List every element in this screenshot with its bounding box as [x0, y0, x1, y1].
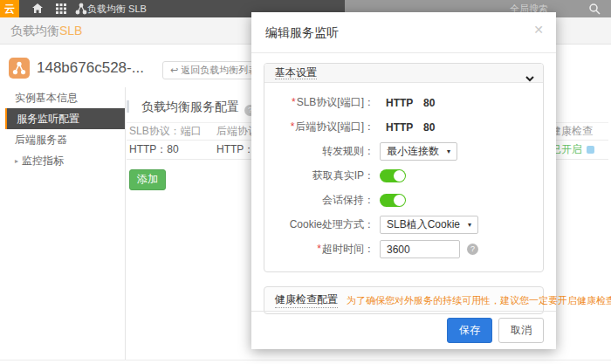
- cell-slb-protocol: HTTP：80: [129, 142, 216, 157]
- real-ip-toggle[interactable]: [380, 169, 406, 182]
- slb-cluster-icon: [75, 3, 87, 15]
- caret-down-icon: ▾: [447, 148, 450, 155]
- backend-port-value: 80: [423, 121, 435, 134]
- col-header-health-check: 健康检查: [551, 124, 605, 139]
- basic-settings-body: *SLB协议[端口]： HTTP 80 *后端协议[端口]： HTTP 80: [264, 83, 543, 271]
- instance-id: 148b676c528-...: [37, 59, 144, 77]
- sidebar-item-instance-info[interactable]: 实例基本信息: [0, 87, 125, 108]
- caret-down-icon: ▾: [468, 221, 471, 229]
- add-listener-button[interactable]: 添加: [129, 169, 166, 190]
- dialog-body: 基本设置 *SLB协议[端口]： HTTP 80 *后端协议[端口]: [251, 53, 556, 314]
- basic-settings-panel: 基本设置 *SLB协议[端口]： HTTP 80 *后端协议[端口]: [264, 63, 544, 272]
- back-to-list-button[interactable]: ↩返回负载均衡列表: [162, 61, 265, 79]
- breadcrumb[interactable]: 负载均衡 SLB: [87, 0, 147, 17]
- close-icon[interactable]: ✕: [532, 23, 546, 37]
- help-icon[interactable]: ?: [467, 244, 478, 255]
- cookie-mode-select[interactable]: SLB植入Cookie▾: [380, 216, 478, 234]
- field-forward-rule: 转发规则： 最小连接数▾: [264, 142, 543, 161]
- home-icon[interactable]: [31, 3, 44, 15]
- backend-protocol-value: HTTP: [386, 121, 423, 134]
- sidebar-item-listener-config[interactable]: 服务监听配置: [5, 108, 125, 129]
- sidebar: 实例基本信息 服务监听配置 后端服务器 ▸监控指标: [0, 87, 126, 360]
- forward-rule-select[interactable]: 最小连接数▾: [380, 142, 457, 161]
- cancel-button[interactable]: 取消: [498, 318, 544, 343]
- field-session-persist: 会话保持：: [264, 191, 543, 209]
- field-real-ip: 获取真实IP：: [264, 167, 543, 185]
- slb-port-value: 80: [423, 97, 435, 109]
- sidebar-item-backend-servers[interactable]: 后端服务器: [0, 129, 125, 150]
- aliyun-logo-icon[interactable]: 云: [0, 0, 19, 17]
- app-window: 云 负载均衡 SLB 全局搜索: [0, 0, 611, 364]
- basic-settings-header[interactable]: 基本设置: [264, 64, 543, 83]
- dialog-footer: 保存 取消: [251, 311, 556, 349]
- timeout-input[interactable]: [380, 240, 460, 258]
- session-persist-toggle[interactable]: [380, 194, 406, 207]
- edit-listener-dialog: 编辑服务监听 ✕ 基本设置 *SLB协议[端口]： HTTP 80: [251, 12, 556, 349]
- field-cookie-mode: Cookie处理方式： SLB植入Cookie▾: [264, 216, 543, 234]
- save-button[interactable]: 保存: [447, 318, 492, 343]
- dialog-title: 编辑服务监听: [265, 25, 339, 39]
- apps-grid-icon[interactable]: [55, 3, 67, 15]
- chevron-down-icon: [525, 70, 534, 88]
- monitor-icon[interactable]: [587, 146, 594, 154]
- basic-settings-title: 基本设置: [275, 66, 317, 79]
- expand-arrow-icon: ▸: [15, 151, 18, 172]
- health-check-title: 健康检查配置: [275, 292, 338, 308]
- page-title-slb: SLB: [59, 24, 82, 38]
- slb-protocol-value: HTTP: [386, 97, 423, 109]
- field-slb-protocol: *SLB协议[端口]： HTTP 80: [264, 93, 543, 112]
- field-timeout: *超时时间： ?: [264, 240, 543, 258]
- col-header-slb-protocol: SLB协议：端口: [129, 124, 216, 139]
- cell-health-check: 已开启: [551, 142, 605, 157]
- page-footer-divider: [0, 360, 611, 361]
- back-arrow-icon: ↩: [170, 65, 178, 75]
- dialog-header: 编辑服务监听 ✕: [251, 12, 556, 53]
- section-accent-bar: [127, 100, 129, 113]
- search-icon[interactable]: [588, 3, 601, 15]
- health-check-warning: 为了确保您对外服务的持续可用性，建议您一定要开启健康检查！: [347, 294, 611, 307]
- field-backend-protocol: *后端协议[端口]： HTTP 80: [264, 118, 543, 136]
- sidebar-item-monitoring[interactable]: ▸监控指标: [0, 150, 125, 171]
- page-title: 负载均衡: [10, 24, 59, 38]
- instance-icon: [9, 58, 30, 79]
